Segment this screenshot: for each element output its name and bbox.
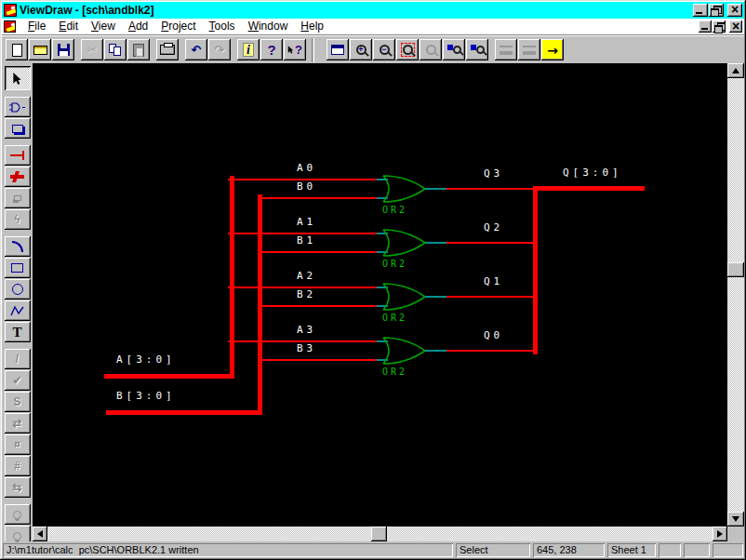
net-label-a1[interactable]: A1 [297,216,316,228]
block-tool-button[interactable] [5,118,31,139]
document-restore-button[interactable] [713,20,726,33]
menu-view[interactable]: View [85,19,122,34]
horizontal-scroll-track[interactable] [47,527,713,541]
net-b1[interactable] [258,251,379,253]
net-label-q0[interactable]: Q0 [484,329,503,341]
arc-tool-button[interactable] [5,236,31,257]
zoom-area-button[interactable] [396,39,419,60]
about-button[interactable]: i [237,39,260,60]
menu-help[interactable]: Help [294,19,330,34]
net-label-a2[interactable]: A2 [297,270,316,282]
net-q1[interactable] [446,296,536,298]
bus-a-vertical[interactable] [230,176,234,379]
view-symbol-button[interactable] [443,39,465,60]
menu-add[interactable]: Add [122,19,154,34]
bus-b-label[interactable]: B[3:0] [116,390,176,402]
context-help-button[interactable]: ? [284,39,306,60]
gate-label-or2[interactable]: OR2 [382,367,407,377]
viewdraw-app-icon[interactable] [4,4,17,17]
gate-label-or2[interactable]: OR2 [382,313,407,323]
net-b2[interactable] [258,305,379,307]
status-empty-panel [659,543,681,557]
circle-tool-button[interactable] [5,279,31,300]
print-button[interactable] [156,39,179,60]
horizontal-scroll-thumb[interactable] [371,527,387,541]
gate-label-or2[interactable]: OR2 [382,259,407,269]
zoom-in-button[interactable]: + [350,39,372,60]
or-gate-3[interactable] [380,334,431,367]
vertical-scrollbar[interactable] [727,63,744,527]
or-gate-1[interactable] [380,226,431,260]
document-close-button[interactable] [729,20,742,33]
redo-icon: ↷ [215,44,225,56]
net-label-a3[interactable]: A3 [297,324,316,336]
net-label-q2[interactable]: Q2 [484,221,503,233]
menu-window[interactable]: Window [242,19,295,34]
rectangle-tool-button[interactable] [5,258,31,278]
or-gate-0[interactable] [380,172,431,206]
save-button[interactable] [52,39,74,60]
zoom-out-button[interactable]: − [373,39,395,60]
scroll-right-button[interactable] [713,527,727,541]
copy-button[interactable] [104,39,127,60]
bus-q-horizontal[interactable] [533,186,645,191]
polyline-tool-button[interactable] [5,300,31,321]
document-icon[interactable] [4,20,16,33]
net-label-b3[interactable]: B3 [297,342,316,354]
bus-a-label[interactable]: A[3:0] [116,353,176,366]
component-tool-button[interactable] [5,97,31,117]
menu-tools[interactable]: Tools [203,19,242,34]
zoom-fit-button[interactable] [326,39,349,60]
bus-tool-button[interactable] [5,167,31,187]
open-button[interactable] [29,39,51,60]
menu-file[interactable]: File [21,19,52,34]
horizontal-scrollbar[interactable] [33,527,727,541]
net-label-q1[interactable]: Q1 [484,275,503,287]
close-button[interactable] [727,4,742,17]
or-gate-2[interactable] [380,280,431,313]
net-q3[interactable] [446,188,536,190]
gear-icon: ¤ [14,439,20,450]
undo-button[interactable]: ↶ [185,39,207,60]
net-label-b0[interactable]: B0 [297,180,316,193]
help-button[interactable]: ? [260,39,283,60]
net-label-q3[interactable]: Q3 [484,167,503,180]
vertical-scroll-track[interactable] [727,78,744,512]
net-tool-button[interactable] [5,145,31,166]
copy-icon [109,44,122,57]
net-q2[interactable] [446,242,536,244]
net-label-b2[interactable]: B2 [297,288,316,300]
bus-b-horizontal[interactable] [106,410,262,415]
scroll-up-button[interactable] [727,63,744,78]
net-b3[interactable] [258,359,379,361]
net-label-a0[interactable]: A0 [297,162,316,174]
gate-label-or2[interactable]: OR2 [382,205,407,215]
net-q0[interactable] [446,350,536,352]
bus-a-horizontal[interactable] [104,374,234,379]
menu-project[interactable]: Project [154,19,202,34]
menu-edit[interactable]: Edit [52,19,85,34]
tool-palette: ϟT/✔S⇄¤#⇆ [2,63,33,541]
vertical-scroll-thumb[interactable] [727,262,744,277]
pop-out-button[interactable]: → [541,39,564,60]
bus-q-label[interactable]: Q[3:0] [563,167,622,179]
view-schematic-button[interactable] [466,39,488,60]
select-arrow-tool-button[interactable] [5,66,31,90]
cut-icon: ✂ [87,44,98,56]
document-minimize-button[interactable] [699,20,712,33]
new-icon [12,44,22,57]
schematic-canvas[interactable]: A[3:0] B[3:0] Q[3:0] A0B0Q3OR2A1B1Q2OR2A… [33,63,727,527]
bus-q-vertical[interactable] [533,186,538,354]
new-button[interactable] [6,39,28,60]
restore-button[interactable] [709,4,724,17]
net-label-b1[interactable]: B1 [297,234,316,247]
scroll-left-button[interactable] [33,527,47,541]
bulb-off-icon [13,532,21,540]
zoom-in-icon: + [356,45,366,55]
net-reroute-tool-button: # [5,456,31,476]
text-tool-button[interactable]: T [5,322,31,342]
scroll-down-button[interactable] [727,512,744,527]
net-b0[interactable] [258,197,379,199]
minimize-button[interactable] [693,4,708,17]
title-bar[interactable]: ViewDraw - [sch\andblk2] [2,2,744,19]
